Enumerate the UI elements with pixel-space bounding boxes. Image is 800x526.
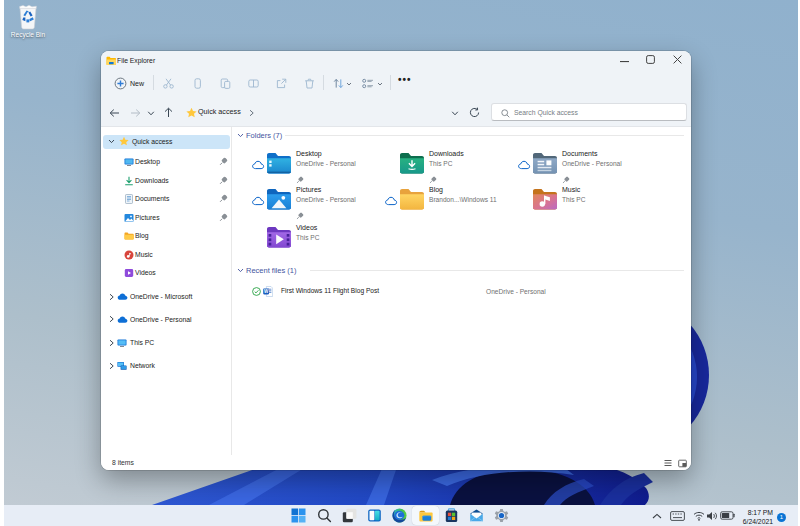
svg-text:W: W <box>264 289 269 294</box>
